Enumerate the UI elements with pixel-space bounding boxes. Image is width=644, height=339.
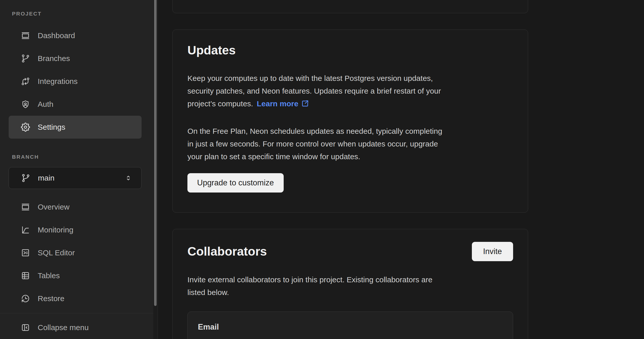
chevron-up-down-icon (125, 174, 132, 182)
sidebar-item-label: SQL Editor (38, 248, 75, 257)
sidebar-item-dashboard[interactable]: Dashboard (9, 24, 142, 47)
branch-selector-value: main (38, 174, 54, 182)
sidebar-item-overview[interactable]: Overview (9, 196, 142, 218)
project-sidebar: PROJECT Dashboard Branches (0, 0, 158, 339)
collaborators-description-line: Invite external collaborators to join th… (187, 275, 432, 284)
collaborators-description: Invite external collaborators to join th… (187, 273, 513, 299)
invite-button[interactable]: Invite (472, 242, 513, 261)
branches-icon (21, 54, 30, 63)
learn-more-link[interactable]: Learn more (257, 99, 309, 108)
email-column-header: Email (198, 322, 503, 332)
sidebar-item-restore[interactable]: Restore (9, 287, 142, 310)
sidebar-item-label: Auth (38, 100, 53, 109)
updates-free-plan-note: On the Free Plan, Neon schedules updates… (187, 125, 513, 163)
sidebar-item-sql-editor[interactable]: SQL Editor (9, 241, 142, 264)
previous-card-edge (172, 0, 528, 13)
updates-note-line: your plan to set a specific time window … (187, 152, 360, 161)
settings-content: Updates Keep your computes up to date wi… (158, 0, 644, 339)
sidebar-item-label: Dashboard (38, 31, 75, 40)
integrations-icon (21, 77, 30, 86)
auth-shield-icon (21, 100, 30, 109)
collapse-menu-label: Collapse menu (38, 323, 89, 332)
collaborators-title: Collaborators (187, 244, 267, 259)
updates-card: Updates Keep your computes up to date wi… (172, 30, 528, 213)
sidebar-item-tables[interactable]: Tables (9, 264, 142, 287)
collaborators-table: Email (187, 312, 513, 339)
sidebar-item-label: Tables (38, 271, 60, 280)
sidebar-item-label: Restore (38, 294, 64, 303)
updates-note-line: in just a few seconds. For more control … (187, 140, 438, 148)
updates-title: Updates (187, 42, 513, 58)
dashboard-icon (21, 31, 30, 40)
sidebar-item-monitoring[interactable]: Monitoring (9, 218, 142, 241)
project-section-label: PROJECT (12, 11, 158, 17)
upgrade-to-customize-button[interactable]: Upgrade to customize (187, 173, 284, 193)
project-nav: Dashboard Branches Integrations (9, 24, 142, 139)
overview-icon (21, 202, 30, 212)
sidebar-item-label: Monitoring (38, 226, 73, 234)
learn-more-label: Learn more (257, 99, 298, 108)
sidebar-item-label: Integrations (38, 77, 78, 86)
sidebar-item-label: Overview (38, 203, 70, 211)
updates-note-line: On the Free Plan, Neon schedules updates… (187, 127, 442, 135)
updates-description: Keep your computes up to date with the l… (187, 72, 513, 110)
collaborators-description-line: listed below. (187, 288, 229, 297)
sidebar-item-branches[interactable]: Branches (9, 47, 142, 70)
branch-nav: Overview Monitoring SQL Editor (9, 196, 142, 310)
git-branch-icon (21, 173, 30, 183)
monitoring-chart-icon (21, 225, 30, 234)
updates-description-line: project’s computes. (187, 99, 253, 108)
sidebar-footer: Collapse menu (0, 313, 153, 339)
sidebar-scrollbar-thumb[interactable] (154, 0, 157, 306)
restore-history-icon (21, 294, 30, 303)
sidebar-item-label: Settings (38, 123, 65, 131)
collapse-menu-button[interactable]: Collapse menu (9, 316, 142, 339)
sidebar-item-integrations[interactable]: Integrations (9, 70, 142, 93)
updates-description-line: Keep your computes up to date with the l… (187, 74, 433, 82)
sidebar-item-label: Branches (38, 54, 70, 63)
branch-selector[interactable]: main (9, 167, 142, 189)
sql-editor-icon (21, 248, 30, 257)
tables-icon (21, 271, 30, 280)
external-link-icon (301, 99, 309, 108)
collapse-panel-icon (21, 323, 30, 332)
updates-description-line: security patches, and Neon features. Upd… (187, 87, 441, 95)
sidebar-item-settings[interactable]: Settings (9, 116, 142, 139)
collaborators-card: Collaborators Invite Invite external col… (172, 229, 528, 339)
branch-section-label: BRANCH (12, 154, 158, 160)
gear-icon (21, 123, 30, 132)
sidebar-item-auth[interactable]: Auth (9, 93, 142, 116)
